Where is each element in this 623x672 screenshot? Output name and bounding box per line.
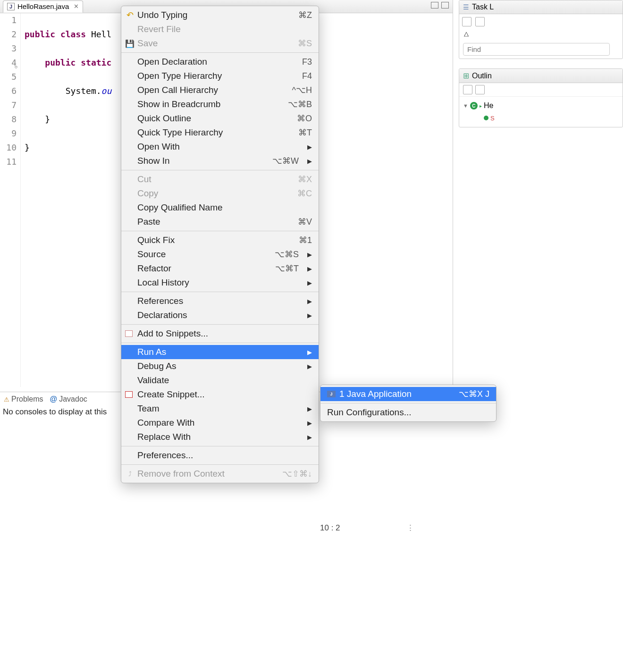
menu-item-label: Compare With [137,418,194,428]
file-tab-hellorasen[interactable]: J HelloRasen.java ✕ [3,0,83,13]
new-task-icon[interactable] [462,17,471,26]
submenu-arrow-icon: ▶ [307,158,312,165]
task-list-toolbar [459,14,623,29]
menu-item-quick-type-hierarchy[interactable]: Quick Type Hierarchy⌘T [121,126,319,140]
menu-item-compare-with[interactable]: Compare With▶ [121,416,319,430]
menu-item-label: Open Declaration [137,57,207,67]
menu-item-references[interactable]: References▶ [121,294,319,308]
menu-item-label: Add to Snippets... [137,328,208,339]
menu-item-source[interactable]: Source⌥⌘S▶ [121,247,319,261]
menu-item-show-in-breadcrumb[interactable]: Show in Breadcrumb⌥⌘B [121,97,319,111]
menu-item-label: Replace With [137,432,191,442]
menu-item-label: Save [137,38,158,49]
menu-item-label: Open Type Hierarchy [137,71,222,81]
task-collapse-toggle[interactable]: ▽ [459,29,623,40]
menu-item-save: 💾Save⌘S [121,36,319,50]
menu-item-preferences[interactable]: Preferences... [121,448,319,462]
outline-class-row[interactable]: ▼ C ▸ He [463,100,619,112]
menu-shortcut: ⌘1 [299,235,312,245]
menu-item-revert-file: Revert File [121,22,319,36]
menu-item-label: Preferences... [137,450,193,461]
menu-item-label: Copy Qualified Name [137,202,223,213]
menu-separator [121,343,319,343]
submenu-item-java-application[interactable]: J 1 Java Application ⌥⌘X J [320,387,496,401]
outline-sort-icon[interactable] [463,85,472,94]
menu-item-label: Source [137,249,166,260]
menu-shortcut: ⌥⌘W [272,156,299,166]
menu-item-label: Open With [137,142,180,152]
menu-item-declarations[interactable]: Declarations▶ [121,308,319,322]
menu-item-team[interactable]: Team▶ [121,402,319,416]
menu-shortcut: ⌘S [298,38,312,49]
menu-shortcut: ^⌥H [292,85,312,95]
menu-item-label: Declarations [137,310,187,320]
menu-item-open-declaration[interactable]: Open DeclarationF3 [121,55,319,69]
menu-item-show-in[interactable]: Show In⌥⌘W▶ [121,154,319,168]
maximize-icon[interactable] [441,2,449,8]
outline-icon: ⊞ [463,71,469,80]
submenu-arrow-icon: ▶ [307,349,312,356]
outline-filter-icon[interactable] [475,85,485,94]
menu-separator [121,292,319,292]
submenu-arrow-icon: ▶ [307,251,312,258]
menu-item-label: Team [137,403,159,414]
menu-item-replace-with[interactable]: Replace With▶ [121,430,319,444]
menu-shortcut: ⌘C [297,188,312,199]
java-file-icon: J [7,3,15,10]
menu-item-undo-typing[interactable]: ↶Undo Typing⌘Z [121,8,319,22]
menu-item-open-type-hierarchy[interactable]: Open Type HierarchyF4 [121,69,319,83]
task-list-icon: ☰ [463,3,469,11]
menu-item-label: Quick Fix [137,235,175,245]
editor-context-menu: ↶Undo Typing⌘ZRevert File💾Save⌘SOpen Dec… [121,6,319,483]
task-find-input[interactable] [463,43,610,56]
status-bar: 10 : 2 ⋮ [320,523,415,533]
submenu-arrow-icon: ▶ [307,434,312,441]
outline-panel: ⊞ Outlin ▼ C ▸ He S [459,68,623,127]
menu-item-open-with[interactable]: Open With▶ [121,140,319,154]
status-menu-icon[interactable]: ⋮ [406,523,415,533]
tab-javadoc[interactable]: @ Javadoc [50,395,87,403]
outline-method-row[interactable]: S [463,112,619,124]
submenu-arrow-icon: ▶ [307,405,312,412]
menu-item-debug-as[interactable]: Debug As▶ [121,359,319,373]
method-icon [484,116,488,120]
tab-problems[interactable]: ⚠ Problems [4,395,43,403]
menu-shortcut: ⌥⌘S [275,249,299,260]
menu-item-copy-qualified-name[interactable]: Copy Qualified Name [121,201,319,215]
menu-item-quick-fix[interactable]: Quick Fix⌘1 [121,233,319,247]
menu-item-refactor[interactable]: Refactor⌥⌘T▶ [121,261,319,276]
menu-item-remove-from-context: ⤴Remove from Context⌥⇧⌘↓ [121,467,319,481]
snippet-create-icon [125,391,133,398]
submenu-arrow-icon: ▶ [307,298,312,305]
task-list-panel: ☰ Task L ▽ [459,0,623,59]
outline-title: ⊞ Outlin [459,69,623,83]
outline-tree: ▼ C ▸ He S [459,97,623,127]
close-tab-icon[interactable]: ✕ [74,3,79,10]
menu-shortcut: ⌥⇧⌘↓ [282,469,312,479]
menu-item-validate[interactable]: Validate [121,373,319,387]
menu-item-paste[interactable]: Paste⌘V [121,215,319,229]
run-as-submenu: J 1 Java Application ⌥⌘X J Run Configura… [320,385,497,422]
submenu-arrow-icon: ▶ [307,312,312,319]
menu-shortcut: ⌘O [297,113,312,124]
submenu-arrow-icon: ▶ [307,420,312,427]
menu-item-create-snippet[interactable]: Create Snippet... [121,387,319,402]
tree-expand-icon[interactable]: ▼ [463,103,468,109]
javadoc-icon: @ [50,395,58,403]
menu-item-quick-outline[interactable]: Quick Outline⌘O [121,111,319,126]
menu-item-label: Quick Outline [137,113,191,124]
submenu-arrow-icon: ▶ [307,265,312,272]
menu-item-cut: Cut⌘X [121,172,319,186]
task-list-title: ☰ Task L [459,0,623,14]
menu-separator [121,446,319,446]
menu-item-add-to-snippets[interactable]: Add to Snippets... [121,327,319,341]
menu-item-open-call-hierarchy[interactable]: Open Call Hierarchy^⌥H [121,83,319,97]
minimize-icon[interactable] [431,2,438,8]
menu-item-run-as[interactable]: Run As▶ [121,345,319,359]
submenu-item-run-configurations[interactable]: Run Configurations... [320,405,496,420]
menu-item-label: Local History [137,277,189,288]
task-category-icon[interactable] [475,17,485,26]
menu-shortcut: ⌘Z [298,10,312,20]
menu-item-local-history[interactable]: Local History▶ [121,276,319,290]
line-number-gutter: 1 2 3 4⊖ 5 6 7 8 9 10 11 [0,13,21,387]
